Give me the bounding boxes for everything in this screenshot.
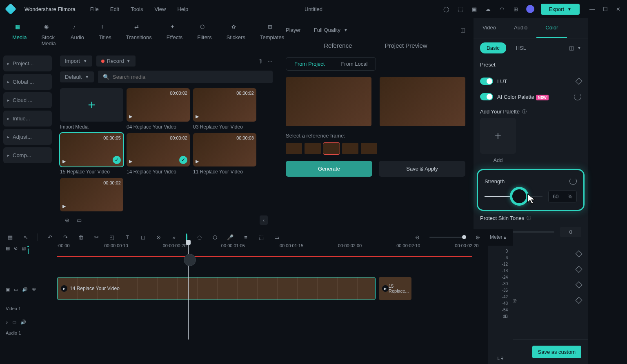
help-icon[interactable]: ⓘ xyxy=(527,215,531,221)
tab-stock-media[interactable]: ◉Stock Media xyxy=(36,21,61,49)
delete-icon[interactable]: 🗑 xyxy=(77,233,84,241)
shield-icon[interactable]: ⬡ xyxy=(211,233,218,241)
audio-track-icon[interactable]: ♪ xyxy=(6,320,8,325)
project-preview-tab[interactable]: Project Preview xyxy=(385,42,427,49)
folder-icon[interactable]: ▭ xyxy=(14,287,18,292)
undo-icon[interactable]: ↶ xyxy=(46,233,53,241)
compare-view-icon[interactable]: ◫ xyxy=(569,45,574,51)
sidebar-cloud[interactable]: ▸Cloud ... xyxy=(3,92,52,108)
cloud-icon[interactable]: ☁ xyxy=(485,5,492,13)
track-magnet-icon[interactable]: ▧ xyxy=(22,246,26,254)
device-icon[interactable]: ⬚ xyxy=(258,233,265,241)
record-button[interactable]: Record▼ xyxy=(96,55,136,67)
marker-icon[interactable] xyxy=(27,246,29,254)
zoom-out-icon[interactable]: ⊖ xyxy=(414,233,421,241)
tab-audio[interactable]: ♪Audio xyxy=(65,21,90,49)
sidebar-influe[interactable]: ▸Influe... xyxy=(3,111,52,127)
text-icon[interactable]: T xyxy=(124,233,131,241)
close-button[interactable]: ✕ xyxy=(616,6,620,12)
sidebar-project[interactable]: ▸Project... xyxy=(3,55,52,71)
frame-icon[interactable]: ◻ xyxy=(139,233,147,241)
avatar-icon[interactable] xyxy=(526,5,534,13)
quality-dropdown[interactable]: Full Quality▼ xyxy=(309,24,353,36)
track-view-icon[interactable]: ▤ xyxy=(6,246,10,254)
keyframe-icon[interactable] xyxy=(576,297,583,304)
more-icon[interactable]: ⋯ xyxy=(267,58,273,64)
apps-icon[interactable]: ⊞ xyxy=(512,5,520,13)
media-clip[interactable]: 00:00:02▶ xyxy=(60,178,123,211)
meter-toggle[interactable]: Meter ▴ xyxy=(490,234,506,240)
keyframe-icon[interactable] xyxy=(576,251,583,257)
mute-icon[interactable]: 🔊 xyxy=(22,287,28,292)
redo-icon[interactable]: ↷ xyxy=(62,233,69,241)
more-tools-icon[interactable]: » xyxy=(170,233,178,241)
subtab-basic[interactable]: Basic xyxy=(480,42,506,53)
subtab-hsl[interactable]: HSL xyxy=(509,42,533,53)
timeline-tool-icon[interactable]: ▦ xyxy=(7,233,14,241)
tab-titles[interactable]: TTitles xyxy=(93,21,117,49)
cursor-tool-icon[interactable]: ↖ xyxy=(22,233,29,241)
adjust-icon[interactable]: ≡ xyxy=(242,233,249,241)
filter-icon[interactable]: ⫛ xyxy=(258,58,263,64)
visibility-icon[interactable]: 👁 xyxy=(32,287,36,292)
tab-stickers[interactable]: ✿Stickers xyxy=(221,21,251,49)
tab-transitions[interactable]: ⇄Transitions xyxy=(120,21,158,49)
import-media-tile[interactable]: + Import Media xyxy=(60,88,123,130)
split-icon[interactable]: ✂ xyxy=(93,233,100,241)
keyframe-icon[interactable] xyxy=(576,78,583,85)
strength-slider[interactable] xyxy=(485,196,543,197)
lut-toggle[interactable] xyxy=(480,78,493,85)
record-status-icon[interactable]: ◯ xyxy=(443,5,450,13)
compare-icon[interactable]: ◫ xyxy=(460,27,465,33)
playhead-handle[interactable] xyxy=(184,254,196,266)
folder-icon[interactable]: ▭ xyxy=(77,217,82,223)
zoom-in-icon[interactable]: ⊕ xyxy=(474,233,482,241)
from-project-tab[interactable]: From Project xyxy=(286,58,333,70)
tab-filters[interactable]: ⬡Filters xyxy=(191,21,217,49)
folder-icon[interactable]: ▭ xyxy=(12,320,16,325)
timeline-ruler[interactable]: :00:00 00:00:00:10 00:00:00:20 00:00:01:… xyxy=(57,242,513,258)
save-as-custom-button[interactable]: Save as custom xyxy=(532,346,582,358)
ai-palette-toggle[interactable] xyxy=(480,93,493,100)
from-local-tab[interactable]: From Local xyxy=(333,58,376,70)
reference-tab[interactable]: Reference xyxy=(324,42,352,49)
new-folder-icon[interactable]: ⊕ xyxy=(65,217,69,223)
sidebar-adjust[interactable]: ▸Adjust... xyxy=(3,129,52,145)
mic-icon[interactable]: 🎤 xyxy=(227,233,234,241)
media-clip[interactable]: 00:00:05▶✓ 15 Replace Your Video xyxy=(60,133,123,175)
search-input[interactable]: 🔍 xyxy=(98,71,273,83)
sidebar-global[interactable]: ▸Global ... xyxy=(3,74,52,90)
tab-effects[interactable]: ✦Effects xyxy=(161,21,189,49)
media-clip[interactable]: 00:00:02▶✓ 14 Replace Your Video xyxy=(127,133,190,175)
ref-thumb[interactable] xyxy=(286,143,302,154)
link-icon[interactable]: ⊗ xyxy=(155,233,162,241)
import-dropdown[interactable]: Import▼ xyxy=(60,55,92,67)
media-clip[interactable]: 00:00:02▶ 04 Replace Your Video xyxy=(127,88,190,130)
media-clip[interactable]: 00:00:03▶ 11 Replace Your Video xyxy=(193,133,256,175)
keyframe-icon[interactable] xyxy=(576,282,583,289)
save-icon[interactable]: ▣ xyxy=(471,5,478,13)
help-icon[interactable]: ⓘ xyxy=(522,109,527,115)
reset-icon[interactable] xyxy=(574,93,581,100)
strength-reset-icon[interactable] xyxy=(569,178,577,185)
inspector-tab-color[interactable]: Color xyxy=(536,18,567,38)
tab-media[interactable]: ▦Media xyxy=(7,21,32,49)
crop-icon[interactable]: ◰ xyxy=(108,233,116,241)
maximize-button[interactable]: ☐ xyxy=(603,6,608,12)
export-button[interactable]: Export▼ xyxy=(541,4,580,15)
sidebar-comp[interactable]: ▸Comp... xyxy=(3,147,52,163)
protect-value[interactable]: 0 xyxy=(560,227,581,237)
video-clip[interactable]: ▶15 Replace... xyxy=(379,277,411,300)
chevron-down-icon[interactable]: ▼ xyxy=(577,46,581,50)
zoom-slider[interactable] xyxy=(429,237,466,238)
generate-button[interactable]: Generate xyxy=(286,161,372,177)
ref-thumb[interactable] xyxy=(342,143,358,154)
ai-circle-icon[interactable] xyxy=(186,234,187,240)
track-link-icon[interactable]: ⊘ xyxy=(14,246,18,254)
dial-icon[interactable]: ◌ xyxy=(196,233,203,241)
ref-thumb[interactable] xyxy=(305,143,321,154)
menu-file[interactable]: File xyxy=(90,6,99,12)
default-dropdown[interactable]: Default▼ xyxy=(60,71,94,82)
keyframe-icon[interactable] xyxy=(576,266,583,273)
save-apply-button[interactable]: Save & Apply xyxy=(379,161,465,177)
